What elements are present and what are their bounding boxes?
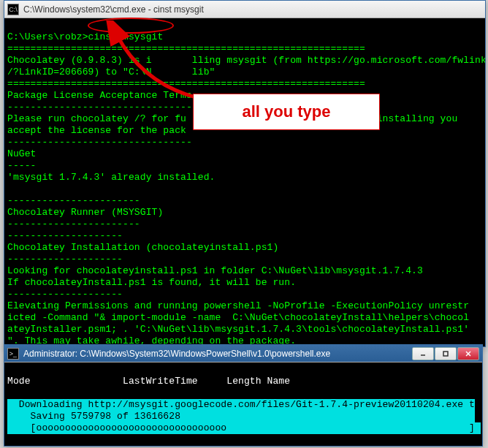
cmd-runner: Chocolatey Runner (MSYSGIT) (7, 207, 163, 218)
cmd-sep2: ========================================… (7, 78, 365, 89)
svg-rect-1 (443, 352, 448, 356)
cmd-choco-install: Chocolatey Installation (chocolateyinsta… (7, 242, 278, 253)
cmd-dash7: -------------------- (7, 289, 123, 300)
cmd-choco-line: Chocolatey (0.9.8.3) is i lling msysgit … (7, 55, 485, 66)
powershell-icon: >_ (7, 348, 19, 360)
cmd-icon: C:\ (7, 4, 19, 15)
cmd-nuget-dash: ----- (7, 160, 37, 171)
close-button[interactable] (457, 347, 479, 360)
cmd-sep1: ========================================… (7, 43, 365, 54)
minimize-button[interactable] (412, 347, 434, 360)
cmd-elev2: icted -Command "& import-module -name C:… (7, 312, 469, 323)
cmd-titlebar[interactable]: C:\ C:\Windows\system32\cmd.exe - cinst … (4, 1, 485, 18)
cmd-lic-l2: accept the license for the pack (7, 125, 186, 136)
cmd-ifline: If chocolateyInstall.ps1 is found, it wi… (7, 277, 296, 288)
ps-header: Mode LastWriteTime Length Name (7, 376, 290, 387)
ps-terminal-body[interactable]: Mode LastWriteTime Length Name Downloadi… (4, 362, 482, 446)
close-icon (465, 350, 472, 357)
cmd-dash3: ----------------------- (7, 195, 140, 206)
cmd-looking: Looking for chocolateyinstall.ps1 in fol… (7, 265, 423, 276)
cmd-choco-line2: /?LinkID=206669) to "C:\N lib" (7, 67, 215, 77)
ps-titlebar[interactable]: >_ Administrator: C:\Windows\System32\Wi… (4, 345, 482, 362)
powershell-window[interactable]: >_ Administrator: C:\Windows\System32\Wi… (4, 344, 483, 447)
cmd-lic-header: Package License Acceptance Terms (7, 90, 192, 101)
ps-download-progress: [ooooooooooooooooooooooooooooooooo ] (7, 422, 481, 434)
cmd-lic-l1: Please run chocolatey /? for fu y instal… (7, 113, 463, 124)
maximize-icon (442, 350, 449, 357)
minimize-icon (419, 350, 427, 357)
cmd-prompt-line: C:\Users\robz>cinst msysgit (7, 31, 163, 42)
cmd-nuget: NuGet (7, 148, 37, 159)
cmd-dash4: ----------------------- (7, 219, 140, 229)
cmd-title-text: C:\Windows\system32\cmd.exe - cinst msys… (23, 4, 482, 15)
cmd-elev3: ateyInstaller.psm1; . 'C:\NuGet\lib\msys… (7, 324, 469, 335)
cmd-installed: 'msysgit 1.7.4.3' already installed. (7, 172, 215, 183)
maximize-button[interactable] (435, 347, 457, 360)
cmd-terminal-body[interactable]: C:\Users\robz>cinst msysgit ============… (4, 18, 485, 346)
cmd-dash5: -------------------- (7, 230, 123, 241)
cmd-elev1: Elevating Permissions and running powers… (7, 300, 469, 311)
cmd-lic-dash: -------------------------------- (7, 102, 192, 113)
cmd-window[interactable]: C:\ C:\Windows\system32\cmd.exe - cinst … (4, 0, 486, 347)
ps-download-line2: Saving 5759798 of 13616628 (7, 411, 475, 422)
cmd-dash6: -------------------- (7, 254, 123, 265)
ps-title-text: Administrator: C:\Windows\System32\Windo… (23, 349, 412, 359)
ps-window-controls (412, 347, 479, 360)
cmd-lic-dash2: -------------------------------- (7, 137, 192, 148)
ps-download-line1: Downloading http://msysgit.googlecode.co… (7, 399, 475, 411)
